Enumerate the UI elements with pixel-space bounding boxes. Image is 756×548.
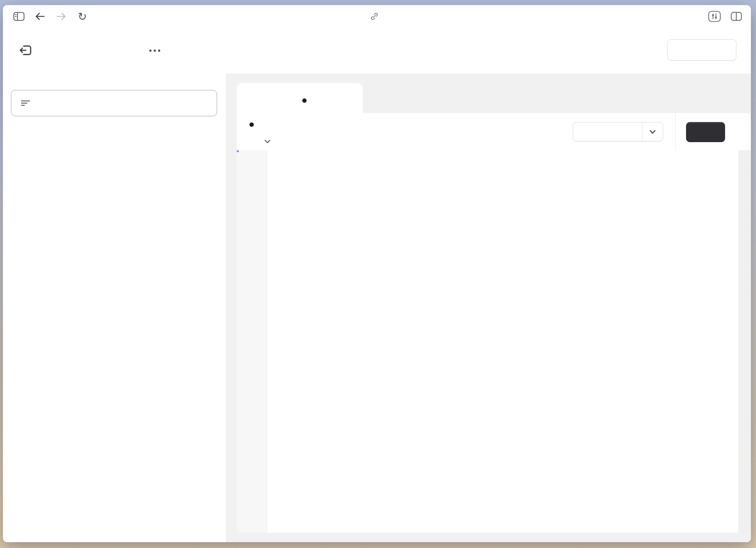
filter-icon xyxy=(20,98,31,108)
page-settings-icon[interactable] xyxy=(706,8,722,24)
version-dropdown[interactable] xyxy=(260,139,271,144)
chevron-down-icon xyxy=(264,139,271,144)
editor-card xyxy=(237,113,751,533)
line-number-gutter xyxy=(237,150,267,533)
more-actions-icon[interactable] xyxy=(149,28,160,74)
browser-toolbar: ↻ xyxy=(3,5,751,28)
editor-card-header xyxy=(237,113,751,150)
format-liquid-button[interactable] xyxy=(573,122,663,141)
recent-changes-dot xyxy=(249,122,254,127)
save-button[interactable] xyxy=(686,122,725,142)
code-editor[interactable] xyxy=(237,150,751,533)
forward-button-icon[interactable] xyxy=(53,8,69,24)
reload-button-icon[interactable]: ↻ xyxy=(74,8,90,24)
unsaved-indicator-dot xyxy=(302,98,307,103)
link-icon xyxy=(370,12,379,21)
preview-store-button[interactable] xyxy=(667,39,736,60)
address-bar[interactable] xyxy=(370,12,384,21)
back-button-icon[interactable] xyxy=(32,8,48,24)
app-header xyxy=(3,28,751,74)
exit-editor-icon[interactable] xyxy=(17,42,34,59)
split-view-icon[interactable] xyxy=(728,8,744,24)
file-sidebar xyxy=(3,74,226,542)
sidebar-toggle-icon[interactable] xyxy=(11,8,27,24)
browser-window: ↻ xyxy=(3,5,751,542)
format-dropdown-chevron-icon[interactable] xyxy=(642,130,663,134)
file-search-input[interactable] xyxy=(11,90,217,116)
editor-scrollbar[interactable] xyxy=(739,150,751,533)
